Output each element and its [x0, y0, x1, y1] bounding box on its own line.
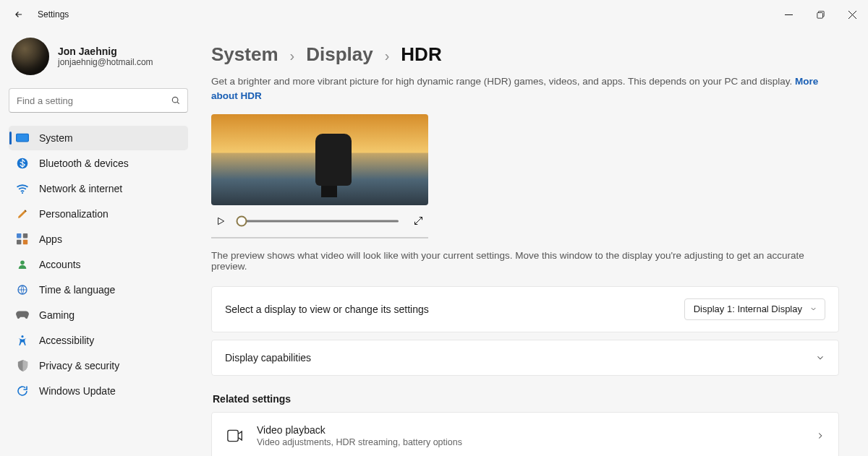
time-language-icon — [16, 284, 29, 296]
svg-rect-13 — [228, 430, 238, 441]
arrow-left-icon — [14, 9, 24, 20]
maximize-icon — [817, 11, 825, 19]
close-button[interactable] — [836, 3, 868, 26]
search-icon — [171, 95, 181, 106]
select-display-card: Select a display to view or change its s… — [211, 286, 839, 332]
sidebar-item-label: Privacy & security — [39, 360, 119, 371]
sidebar-item-label: Time & language — [39, 284, 115, 296]
sidebar-item-windows-update[interactable]: Windows Update — [9, 379, 188, 403]
display-capabilities-card[interactable]: Display capabilities — [211, 340, 839, 376]
breadcrumb: System › Display › HDR — [211, 43, 839, 66]
play-icon — [216, 216, 226, 226]
hdr-preview — [211, 114, 428, 238]
user-account-block[interactable]: Jon Jaehnig jonjaehnig@hotmail.com — [9, 35, 188, 88]
page-description: Get a brighter and more vibrant picture … — [211, 74, 839, 104]
accessibility-icon — [16, 335, 29, 346]
svg-rect-3 — [17, 134, 27, 141]
svg-rect-9 — [23, 240, 27, 244]
chevron-right-icon: › — [385, 48, 390, 64]
sidebar-item-gaming[interactable]: Gaming — [9, 303, 188, 327]
breadcrumb-system[interactable]: System — [211, 43, 278, 66]
display-capabilities-label: Display capabilities — [225, 352, 311, 363]
app-title: Settings — [38, 9, 69, 20]
main-content: System › Display › HDR Get a brighter an… — [195, 29, 868, 456]
progress-track — [240, 220, 399, 222]
chevron-down-icon — [809, 305, 817, 313]
avatar — [12, 38, 49, 75]
gaming-icon — [16, 311, 29, 319]
privacy-icon — [16, 360, 29, 371]
svg-rect-7 — [23, 233, 27, 238]
bluetooth-icon — [16, 158, 29, 169]
sidebar-item-privacy[interactable]: Privacy & security — [9, 353, 188, 378]
sidebar-item-time-language[interactable]: Time & language — [9, 278, 188, 302]
breadcrumb-display[interactable]: Display — [306, 43, 373, 66]
system-icon — [16, 133, 29, 143]
preview-note: The preview shows what video will look l… — [211, 250, 839, 272]
sidebar-item-apps[interactable]: Apps — [9, 227, 188, 251]
progress-slider[interactable] — [240, 217, 399, 225]
description-text: Get a brighter and more vibrant picture … — [211, 76, 792, 87]
preview-thumbnail — [211, 114, 428, 205]
search-input[interactable] — [9, 88, 188, 113]
sidebar-item-label: System — [39, 132, 73, 144]
video-controls — [211, 205, 428, 238]
sidebar-item-label: Gaming — [39, 309, 75, 321]
sidebar-item-label: Accounts — [39, 259, 81, 270]
fullscreen-button[interactable] — [413, 215, 424, 226]
svg-point-10 — [20, 261, 25, 265]
maximize-button[interactable] — [804, 3, 836, 26]
sidebar-item-label: Accessibility — [39, 335, 94, 346]
sidebar-nav: System Bluetooth & devices Network & int… — [9, 126, 188, 403]
sidebar-item-label: Windows Update — [39, 385, 116, 397]
close-icon — [848, 11, 856, 19]
display-dropdown-value: Display 1: Internal Display — [694, 304, 802, 314]
sidebar-item-network[interactable]: Network & internet — [9, 176, 188, 201]
svg-point-12 — [21, 335, 23, 337]
sidebar-item-accounts[interactable]: Accounts — [9, 252, 188, 277]
sidebar-item-system[interactable]: System — [9, 126, 188, 150]
user-name: Jon Jaehnig — [58, 46, 153, 57]
video-playback-title: Video playback — [257, 424, 462, 436]
svg-point-1 — [172, 97, 178, 103]
sidebar-item-label: Bluetooth & devices — [39, 158, 129, 169]
sidebar-item-label: Apps — [39, 233, 62, 245]
sidebar-item-label: Personalization — [39, 208, 109, 220]
sidebar-item-personalization[interactable]: Personalization — [9, 202, 188, 226]
expand-icon — [413, 215, 424, 226]
sidebar: Jon Jaehnig jonjaehnig@hotmail.com Syste… — [0, 29, 195, 456]
chevron-down-icon — [815, 353, 825, 363]
update-icon — [16, 385, 29, 397]
minimize-icon — [785, 11, 793, 19]
display-dropdown[interactable]: Display 1: Internal Display — [684, 298, 825, 320]
minimize-button[interactable] — [773, 3, 804, 26]
related-settings-heading: Related settings — [213, 393, 839, 405]
video-playback-card[interactable]: Video playback Video adjustments, HDR st… — [211, 412, 839, 457]
sidebar-item-bluetooth[interactable]: Bluetooth & devices — [9, 151, 188, 176]
progress-thumb — [237, 215, 247, 226]
search-wrap — [9, 88, 188, 113]
svg-rect-8 — [17, 240, 21, 244]
chevron-right-icon: › — [290, 48, 295, 64]
sidebar-item-accessibility[interactable]: Accessibility — [9, 328, 188, 353]
personalization-icon — [16, 208, 29, 220]
breadcrumb-hdr: HDR — [401, 43, 441, 66]
video-playback-subtitle: Video adjustments, HDR streaming, batter… — [257, 437, 462, 447]
svg-rect-6 — [17, 233, 21, 238]
network-icon — [16, 184, 29, 194]
back-button[interactable] — [9, 4, 29, 25]
accounts-icon — [16, 259, 29, 270]
svg-rect-0 — [817, 12, 822, 18]
user-email: jonjaehnig@hotmail.com — [58, 57, 153, 67]
play-button[interactable] — [216, 216, 226, 226]
video-playback-icon — [225, 429, 245, 442]
apps-icon — [16, 233, 29, 245]
svg-point-5 — [22, 192, 23, 194]
chevron-right-icon — [815, 431, 825, 441]
sidebar-item-label: Network & internet — [39, 183, 122, 194]
select-display-label: Select a display to view or change its s… — [225, 304, 429, 315]
title-bar: Settings — [0, 0, 868, 29]
